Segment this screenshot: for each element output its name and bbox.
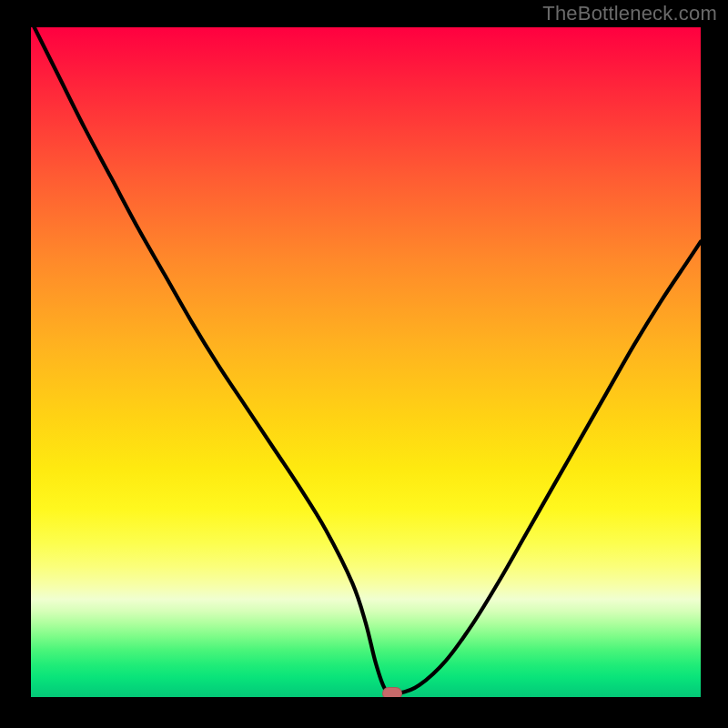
bottleneck-curve <box>31 27 701 697</box>
plot-area <box>31 27 701 697</box>
watermark-text: TheBottleneck.com <box>542 2 717 25</box>
optimal-point-marker <box>382 687 402 697</box>
chart-frame: TheBottleneck.com <box>0 0 728 728</box>
